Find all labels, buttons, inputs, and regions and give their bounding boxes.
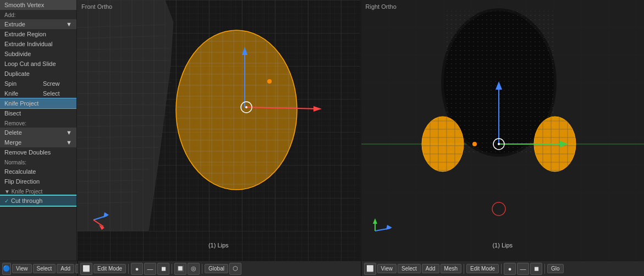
- toolbar-edge-icon[interactable]: —: [144, 263, 156, 275]
- sidebar-item-subdivide[interactable]: Subdivide: [0, 49, 76, 59]
- sidebar-item-merge[interactable]: Merge ▼: [0, 137, 76, 147]
- toolbar-vertex-icon[interactable]: ●: [131, 263, 143, 275]
- svg-point-136: [472, 142, 477, 146]
- toolbar-overlay-icon[interactable]: ⬡: [229, 263, 241, 275]
- main-area: Smooth Vertex Add: Extrude ▼ Extrude Reg…: [0, 0, 644, 261]
- sidebar-item-extrude-individual[interactable]: Extrude Individual: [0, 39, 76, 49]
- toolbar-right-glo-btn[interactable]: Glo: [547, 264, 564, 273]
- toolbar-scene-icon[interactable]: 🔵: [2, 263, 11, 275]
- svg-point-138: [498, 143, 500, 145]
- viewport-left-label: Front Ortho: [81, 3, 112, 10]
- separator-r1: [464, 264, 464, 274]
- scene-right: [361, 0, 645, 261]
- svg-point-76: [245, 106, 247, 108]
- viewport-right-svg: [361, 0, 645, 261]
- toolbar-right-edit-mode-btn[interactable]: Edit Mode: [466, 264, 499, 273]
- sidebar: Smooth Vertex Add: Extrude ▼ Extrude Reg…: [0, 0, 77, 261]
- sidebar-item-smooth-vertex[interactable]: Smooth Vertex: [0, 0, 76, 10]
- toolbar-viewport-left: ⬜ Edit Mode ● — ◼ 🔲 ◎ Global ⬡: [78, 261, 361, 276]
- toolbar-select-btn[interactable]: Select: [33, 264, 56, 273]
- toolbar-right-mesh-btn[interactable]: Mesh: [441, 264, 461, 273]
- check-icon: ✓: [4, 198, 9, 204]
- sidebar-section-remove: Remove:: [0, 118, 76, 128]
- toolbar-right-vertex-icon[interactable]: ●: [504, 263, 516, 275]
- sidebar-item-remove-doubles[interactable]: Remove Doubles: [0, 147, 76, 157]
- viewport-right-label: Right Ortho: [366, 3, 397, 10]
- viewport-right-info: (1) Lips: [492, 242, 513, 249]
- sidebar-item-cut-through[interactable]: ✓ Cut through: [0, 196, 76, 206]
- svg-point-77: [267, 79, 272, 84]
- toolbar-mode-icon[interactable]: ⬜: [80, 263, 92, 275]
- sidebar-item-knife[interactable]: Knife: [0, 89, 38, 98]
- sidebar-item-bisect[interactable]: Bisect: [0, 108, 76, 118]
- sidebar-item-spin[interactable]: Spin: [0, 79, 38, 89]
- sidebar-row-spin-screw: Spin Screw: [0, 79, 76, 89]
- toolbar-viewport-right: ⬜ View Select Add Mesh Edit Mode ● — ◼ G…: [361, 261, 645, 276]
- toolbar-right-face-icon[interactable]: ◼: [530, 263, 542, 275]
- separator-3: [202, 264, 202, 274]
- viewport-left[interactable]: Front Ortho (1) Lips: [77, 0, 361, 261]
- toolbar-prop-icon[interactable]: ◎: [188, 263, 200, 275]
- toolbar-view-btn[interactable]: View: [12, 264, 32, 273]
- scene-left: [77, 0, 360, 261]
- toolbar-global-btn[interactable]: Global: [205, 264, 228, 273]
- toolbar-right-select-btn[interactable]: Select: [398, 264, 421, 273]
- sidebar-row-knife-select: Knife Select: [0, 89, 76, 98]
- sidebar-item-duplicate[interactable]: Duplicate: [0, 69, 76, 79]
- svg-point-106: [422, 117, 464, 172]
- toolbar-right-view-btn[interactable]: View: [377, 264, 397, 273]
- toolbar-face-icon[interactable]: ◼: [157, 263, 169, 275]
- sidebar-section-normals: Normals:: [0, 157, 76, 167]
- toolbar-right-mode-icon[interactable]: ⬜: [364, 263, 376, 275]
- toolbar-right-add-btn[interactable]: Add: [422, 264, 439, 273]
- viewport-left-info: (1) Lips: [208, 242, 229, 249]
- sidebar-item-recalculate[interactable]: Recalculate: [0, 167, 76, 176]
- sidebar-item-extrude[interactable]: Extrude ▼: [0, 19, 76, 29]
- separator-r2: [501, 264, 502, 274]
- svg-point-44: [176, 30, 297, 190]
- viewports: Front Ortho (1) Lips: [77, 0, 644, 261]
- viewport-right[interactable]: Right Ortho (1) Lips: [361, 0, 645, 261]
- separator-r3: [544, 264, 545, 274]
- sidebar-item-knife-project[interactable]: Knife Project: [0, 98, 76, 108]
- sidebar-subsection-knife-project: ▼ Knife Project: [0, 186, 76, 196]
- toolbar-sidebar: 🔵 View Select Add Mesh: [0, 261, 78, 276]
- separator-1: [128, 264, 129, 274]
- viewport-left-svg: [77, 0, 360, 261]
- toolbar-snap-icon[interactable]: 🔲: [174, 263, 186, 275]
- sidebar-item-select[interactable]: Select: [38, 89, 76, 98]
- sidebar-item-loop-cut[interactable]: Loop Cut and Slide: [0, 59, 76, 69]
- sidebar-section-add: Add:: [0, 10, 76, 19]
- toolbar-edit-mode-btn[interactable]: Edit Mode: [93, 264, 126, 273]
- toolbar-right-edge-icon[interactable]: —: [517, 263, 529, 275]
- sidebar-item-extrude-region[interactable]: Extrude Region: [0, 29, 76, 39]
- toolbar-add-btn[interactable]: Add: [57, 264, 74, 273]
- sidebar-item-screw[interactable]: Screw: [38, 79, 76, 89]
- sidebar-item-delete[interactable]: Delete ▼: [0, 128, 76, 137]
- separator-2: [172, 264, 172, 274]
- bottom-toolbars: 🔵 View Select Add Mesh ⬜ Edit Mode ● — ◼…: [0, 261, 644, 276]
- sidebar-item-flip-direction[interactable]: Flip Direction: [0, 176, 76, 186]
